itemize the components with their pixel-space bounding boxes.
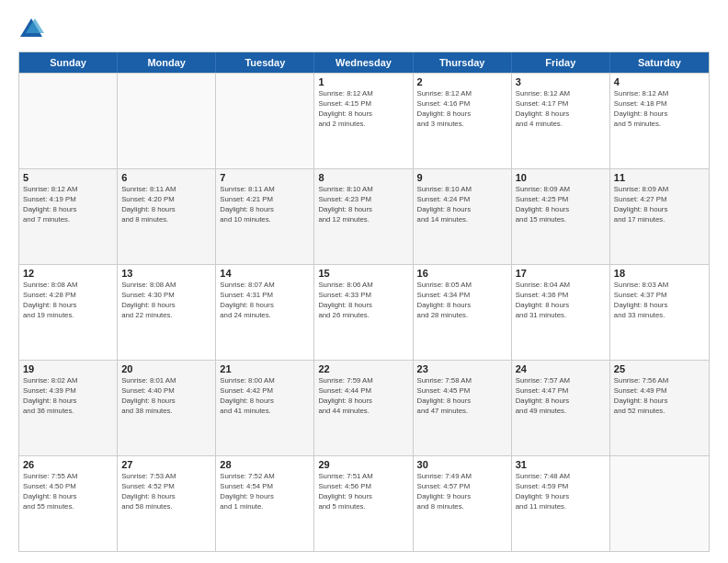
header (18, 17, 710, 42)
calendar-cell: 29Sunrise: 7:51 AM Sunset: 4:56 PM Dayli… (314, 456, 413, 551)
day-number: 6 (121, 172, 211, 183)
calendar-cell: 6Sunrise: 8:11 AM Sunset: 4:20 PM Daylig… (118, 169, 216, 264)
day-number: 3 (516, 76, 606, 87)
cell-info: Sunrise: 7:51 AM Sunset: 4:56 PM Dayligh… (318, 472, 408, 512)
day-number: 1 (318, 76, 408, 87)
calendar-cell: 19Sunrise: 8:02 AM Sunset: 4:39 PM Dayli… (19, 361, 118, 455)
calendar-header-cell: Monday (118, 52, 216, 73)
calendar-cell: 15Sunrise: 8:06 AM Sunset: 4:33 PM Dayli… (314, 265, 413, 360)
calendar-cell: 8Sunrise: 8:10 AM Sunset: 4:23 PM Daylig… (314, 169, 413, 264)
calendar-cell: 30Sunrise: 7:49 AM Sunset: 4:57 PM Dayli… (414, 456, 512, 551)
day-number: 7 (220, 172, 310, 183)
calendar-cell: 27Sunrise: 7:53 AM Sunset: 4:52 PM Dayli… (118, 456, 216, 551)
cell-info: Sunrise: 7:52 AM Sunset: 4:54 PM Dayligh… (220, 472, 310, 512)
calendar-cell: 7Sunrise: 8:11 AM Sunset: 4:21 PM Daylig… (216, 169, 314, 264)
cell-info: Sunrise: 8:10 AM Sunset: 4:24 PM Dayligh… (417, 185, 507, 225)
cell-info: Sunrise: 7:59 AM Sunset: 4:44 PM Dayligh… (318, 376, 408, 417)
cell-info: Sunrise: 8:11 AM Sunset: 4:20 PM Dayligh… (121, 185, 211, 225)
calendar-cell: 21Sunrise: 8:00 AM Sunset: 4:42 PM Dayli… (216, 361, 314, 455)
day-number: 29 (318, 459, 408, 470)
calendar-cell: 9Sunrise: 8:10 AM Sunset: 4:24 PM Daylig… (414, 169, 512, 264)
day-number: 28 (220, 459, 310, 470)
calendar: SundayMondayTuesdayWednesdayThursdayFrid… (18, 52, 710, 552)
day-number: 13 (121, 268, 211, 279)
calendar-cell: 16Sunrise: 8:05 AM Sunset: 4:34 PM Dayli… (414, 265, 512, 360)
cell-info: Sunrise: 8:01 AM Sunset: 4:40 PM Dayligh… (121, 376, 211, 417)
cell-info: Sunrise: 8:12 AM Sunset: 4:15 PM Dayligh… (318, 89, 408, 130)
cell-info: Sunrise: 8:12 AM Sunset: 4:19 PM Dayligh… (23, 185, 113, 225)
calendar-cell: 31Sunrise: 7:48 AM Sunset: 4:59 PM Dayli… (512, 456, 610, 551)
day-number: 21 (220, 363, 310, 374)
day-number: 10 (516, 172, 606, 183)
day-number: 2 (417, 76, 507, 87)
calendar-header-cell: Wednesday (314, 52, 413, 73)
cell-info: Sunrise: 7:58 AM Sunset: 4:45 PM Dayligh… (417, 376, 507, 417)
cell-info: Sunrise: 7:49 AM Sunset: 4:57 PM Dayligh… (417, 472, 507, 512)
day-number: 18 (614, 268, 705, 279)
cell-info: Sunrise: 8:12 AM Sunset: 4:17 PM Dayligh… (516, 89, 606, 130)
day-number: 4 (614, 76, 705, 87)
calendar-cell: 1Sunrise: 8:12 AM Sunset: 4:15 PM Daylig… (314, 74, 413, 168)
calendar-cell: 14Sunrise: 8:07 AM Sunset: 4:31 PM Dayli… (216, 265, 314, 360)
cell-info: Sunrise: 8:08 AM Sunset: 4:28 PM Dayligh… (23, 281, 113, 321)
calendar-cell: 12Sunrise: 8:08 AM Sunset: 4:28 PM Dayli… (19, 265, 118, 360)
calendar-cell: 25Sunrise: 7:56 AM Sunset: 4:49 PM Dayli… (610, 361, 709, 455)
cell-info: Sunrise: 8:04 AM Sunset: 4:36 PM Dayligh… (516, 281, 606, 321)
calendar-cell: 3Sunrise: 8:12 AM Sunset: 4:17 PM Daylig… (512, 74, 610, 168)
cell-info: Sunrise: 8:09 AM Sunset: 4:27 PM Dayligh… (614, 185, 705, 225)
day-number: 14 (220, 268, 310, 279)
cell-info: Sunrise: 7:56 AM Sunset: 4:49 PM Dayligh… (614, 376, 705, 417)
calendar-header-cell: Friday (512, 52, 610, 73)
calendar-cell: 2Sunrise: 8:12 AM Sunset: 4:16 PM Daylig… (414, 74, 512, 168)
calendar-cell: 11Sunrise: 8:09 AM Sunset: 4:27 PM Dayli… (610, 169, 709, 264)
day-number: 15 (318, 268, 408, 279)
cell-info: Sunrise: 7:53 AM Sunset: 4:52 PM Dayligh… (121, 472, 211, 512)
calendar-cell (19, 74, 118, 168)
calendar-cell: 20Sunrise: 8:01 AM Sunset: 4:40 PM Dayli… (118, 361, 216, 455)
day-number: 27 (121, 459, 211, 470)
calendar-cell: 17Sunrise: 8:04 AM Sunset: 4:36 PM Dayli… (512, 265, 610, 360)
cell-info: Sunrise: 8:07 AM Sunset: 4:31 PM Dayligh… (220, 281, 310, 321)
day-number: 8 (318, 172, 408, 183)
calendar-cell: 5Sunrise: 8:12 AM Sunset: 4:19 PM Daylig… (19, 169, 118, 264)
calendar-header-cell: Saturday (610, 52, 709, 73)
calendar-cell: 26Sunrise: 7:55 AM Sunset: 4:50 PM Dayli… (19, 456, 118, 551)
calendar-cell: 23Sunrise: 7:58 AM Sunset: 4:45 PM Dayli… (414, 361, 512, 455)
calendar-row: 12Sunrise: 8:08 AM Sunset: 4:28 PM Dayli… (19, 264, 709, 360)
calendar-header-cell: Tuesday (216, 52, 314, 73)
cell-info: Sunrise: 7:57 AM Sunset: 4:47 PM Dayligh… (516, 376, 606, 417)
calendar-row: 19Sunrise: 8:02 AM Sunset: 4:39 PM Dayli… (19, 360, 709, 455)
calendar-cell: 28Sunrise: 7:52 AM Sunset: 4:54 PM Dayli… (216, 456, 314, 551)
calendar-body: 1Sunrise: 8:12 AM Sunset: 4:15 PM Daylig… (19, 73, 709, 551)
cell-info: Sunrise: 8:05 AM Sunset: 4:34 PM Dayligh… (417, 281, 507, 321)
page: SundayMondayTuesdayWednesdayThursdayFrid… (0, 0, 728, 563)
cell-info: Sunrise: 8:06 AM Sunset: 4:33 PM Dayligh… (318, 281, 408, 321)
day-number: 30 (417, 459, 507, 470)
day-number: 23 (417, 363, 507, 374)
calendar-cell: 22Sunrise: 7:59 AM Sunset: 4:44 PM Dayli… (314, 361, 413, 455)
cell-info: Sunrise: 8:11 AM Sunset: 4:21 PM Dayligh… (220, 185, 310, 225)
cell-info: Sunrise: 8:02 AM Sunset: 4:39 PM Dayligh… (23, 376, 113, 417)
calendar-cell: 10Sunrise: 8:09 AM Sunset: 4:25 PM Dayli… (512, 169, 610, 264)
calendar-cell: 4Sunrise: 8:12 AM Sunset: 4:18 PM Daylig… (610, 74, 709, 168)
day-number: 11 (614, 172, 705, 183)
calendar-header-cell: Thursday (414, 52, 512, 73)
calendar-row: 5Sunrise: 8:12 AM Sunset: 4:19 PM Daylig… (19, 168, 709, 264)
day-number: 24 (516, 363, 606, 374)
calendar-cell: 13Sunrise: 8:08 AM Sunset: 4:30 PM Dayli… (118, 265, 216, 360)
calendar-cell: 18Sunrise: 8:03 AM Sunset: 4:37 PM Dayli… (610, 265, 709, 360)
day-number: 5 (23, 172, 113, 183)
day-number: 19 (23, 363, 113, 374)
cell-info: Sunrise: 8:10 AM Sunset: 4:23 PM Dayligh… (318, 185, 408, 225)
day-number: 31 (516, 459, 606, 470)
calendar-cell: 24Sunrise: 7:57 AM Sunset: 4:47 PM Dayli… (512, 361, 610, 455)
day-number: 16 (417, 268, 507, 279)
cell-info: Sunrise: 8:03 AM Sunset: 4:37 PM Dayligh… (614, 281, 705, 321)
day-number: 17 (516, 268, 606, 279)
calendar-cell (216, 74, 314, 168)
cell-info: Sunrise: 8:00 AM Sunset: 4:42 PM Dayligh… (220, 376, 310, 417)
cell-info: Sunrise: 7:48 AM Sunset: 4:59 PM Dayligh… (516, 472, 606, 512)
calendar-row: 1Sunrise: 8:12 AM Sunset: 4:15 PM Daylig… (19, 73, 709, 168)
cell-info: Sunrise: 8:12 AM Sunset: 4:18 PM Dayligh… (614, 89, 705, 130)
day-number: 20 (121, 363, 211, 374)
